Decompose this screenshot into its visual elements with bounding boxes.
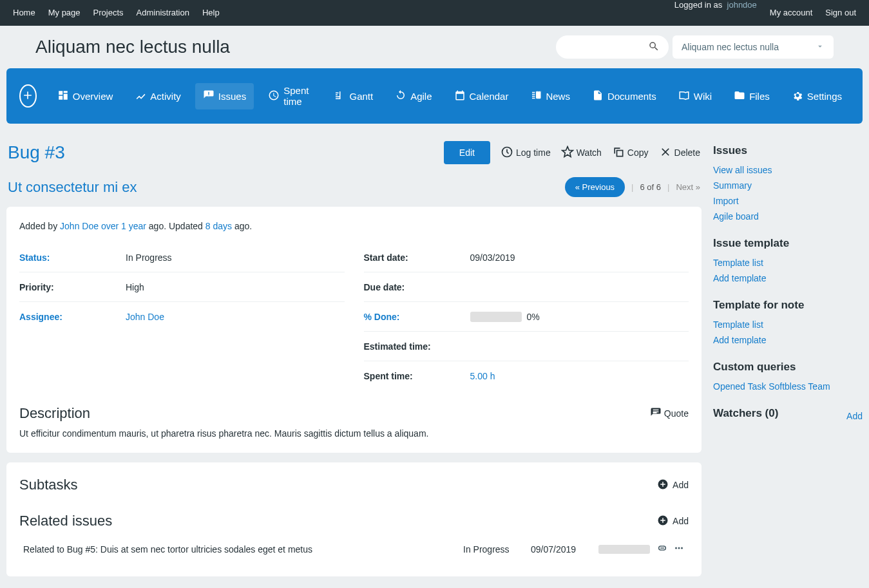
username-link[interactable]: johndoe <box>727 0 757 10</box>
sidebar-add-watcher[interactable]: Add <box>846 408 863 424</box>
svg-rect-1 <box>616 150 622 156</box>
tab-settings[interactable]: Settings <box>784 83 850 109</box>
prev-page-button[interactable]: « Previous <box>565 177 625 197</box>
pct-done-label[interactable]: % Done: <box>364 312 470 322</box>
next-page-button[interactable]: Next » <box>676 182 700 192</box>
tab-overview[interactable]: Overview <box>50 83 121 109</box>
tab-gantt[interactable]: Gantt <box>326 83 381 109</box>
author-link[interactable]: John Doe <box>60 221 99 231</box>
tab-label: Issues <box>218 91 246 102</box>
pagination-separator: | <box>631 182 633 192</box>
svg-point-2 <box>675 547 677 549</box>
copy-link[interactable]: Copy <box>612 146 649 160</box>
start-date-label: Start date: <box>364 252 470 263</box>
priority-value: High <box>126 282 144 292</box>
tab-issues[interactable]: Issues <box>195 83 254 109</box>
tab-calendar[interactable]: Calendar <box>446 83 517 109</box>
link-icon[interactable] <box>656 542 668 556</box>
nav-mypage[interactable]: My page <box>42 0 87 26</box>
spent-time-link[interactable]: 5.00 h <box>470 371 495 381</box>
project-title: Aliquam nec lectus nulla <box>35 37 230 57</box>
svg-point-4 <box>681 547 683 549</box>
spent-time-label: Spent time: <box>364 371 470 381</box>
document-icon <box>592 90 604 103</box>
status-label[interactable]: Status: <box>19 252 126 263</box>
nav-sign-out[interactable]: Sign out <box>819 0 863 26</box>
tab-label: Gantt <box>349 91 373 102</box>
tab-documents[interactable]: Documents <box>584 83 664 109</box>
add-circle-icon <box>657 479 669 492</box>
sidebar-note-template-heading: Template for note <box>713 299 863 312</box>
top-nav-right: Logged in as johndoe My account Sign out <box>674 0 863 26</box>
tab-label: Documents <box>607 91 656 102</box>
sidebar-note-template-list[interactable]: Template list <box>713 317 863 332</box>
svg-point-3 <box>678 547 680 549</box>
add-subtask-button[interactable]: Add <box>657 479 689 492</box>
watch-link[interactable]: Watch <box>561 146 602 160</box>
tab-label: Spent time <box>283 85 312 107</box>
nav-my-account[interactable]: My account <box>763 0 819 26</box>
top-nav-left: Home My page Projects Administration Hel… <box>6 0 226 26</box>
tab-label: Wiki <box>694 91 712 102</box>
edit-button[interactable]: Edit <box>444 141 490 164</box>
dashboard-icon <box>57 90 69 103</box>
due-date-label: Due date: <box>364 282 470 292</box>
add-related-button[interactable]: Add <box>657 515 689 528</box>
agile-icon <box>395 90 406 103</box>
tab-label: Overview <box>73 91 113 102</box>
sidebar-summary[interactable]: Summary <box>713 178 863 193</box>
sidebar-note-add-template[interactable]: Add template <box>713 332 863 348</box>
start-date-value: 09/03/2019 <box>470 252 515 263</box>
tab-label: Calendar <box>470 91 509 102</box>
subtasks-card: Subtasks Add Related issues Add Related … <box>6 462 702 576</box>
news-icon <box>530 90 542 103</box>
log-time-link[interactable]: Log time <box>501 146 551 160</box>
main-nav: Overview Activity Issues Spent time Gant… <box>6 68 863 124</box>
issue-id: Bug #3 <box>8 142 65 163</box>
assignee-label[interactable]: Assignee: <box>19 312 126 322</box>
nav-admin[interactable]: Administration <box>130 0 196 26</box>
activity-icon <box>135 90 146 103</box>
folder-icon <box>734 90 745 103</box>
tab-files[interactable]: Files <box>726 83 778 109</box>
assignee-link[interactable]: John Doe <box>126 312 164 322</box>
tab-label: News <box>546 91 570 102</box>
sidebar-agile-board[interactable]: Agile board <box>713 209 863 224</box>
tab-agile[interactable]: Agile <box>387 83 439 109</box>
tab-news[interactable]: News <box>522 83 578 109</box>
sidebar-template-list[interactable]: Template list <box>713 255 863 270</box>
page-position: 6 of 6 <box>640 182 662 192</box>
close-icon <box>659 146 672 160</box>
delete-link[interactable]: Delete <box>659 146 700 160</box>
description-text: Ut efficitur condimentum mauris, ut phar… <box>19 428 689 439</box>
tab-spent-time[interactable]: Spent time <box>260 79 320 113</box>
tab-label: Activity <box>150 91 181 102</box>
subtasks-heading: Subtasks <box>19 477 78 493</box>
new-item-button[interactable] <box>19 84 37 108</box>
nav-projects[interactable]: Projects <box>87 0 130 26</box>
sidebar-view-all-issues[interactable]: View all issues <box>713 162 863 178</box>
sidebar-custom-query-0[interactable]: Opened Task Softbless Team <box>713 379 863 394</box>
issue-actions: Edit Log time Watch Copy Delete <box>444 141 700 164</box>
related-issue-status: In Progress <box>463 544 524 555</box>
tab-activity[interactable]: Activity <box>127 83 189 109</box>
more-icon[interactable] <box>673 542 685 556</box>
sidebar-add-template[interactable]: Add template <box>713 270 863 286</box>
star-icon <box>561 146 574 160</box>
project-selector[interactable]: Aliquam nec lectus nulla <box>673 35 834 59</box>
tab-wiki[interactable]: Wiki <box>671 83 720 109</box>
nav-home[interactable]: Home <box>6 0 42 26</box>
updated-link[interactable]: 8 days <box>205 221 232 231</box>
sidebar-import[interactable]: Import <box>713 193 863 209</box>
related-progress-bar <box>598 545 650 554</box>
sidebar: Issues View all issues Summary Import Ag… <box>713 131 863 586</box>
quote-button[interactable]: Quote <box>650 407 689 421</box>
issue-details-card: Added by John Doe over 1 year ago. Updat… <box>6 207 702 453</box>
issue-subject: Ut consectetur mi ex <box>8 179 137 196</box>
created-link[interactable]: over 1 year <box>101 221 146 231</box>
nav-help[interactable]: Help <box>196 0 226 26</box>
progress-bar <box>470 312 522 322</box>
sidebar-template-heading: Issue template <box>713 237 863 250</box>
related-issue-title[interactable]: Related to Bug #5: Duis at sem nec torto… <box>23 544 457 555</box>
search-input[interactable] <box>556 35 669 59</box>
